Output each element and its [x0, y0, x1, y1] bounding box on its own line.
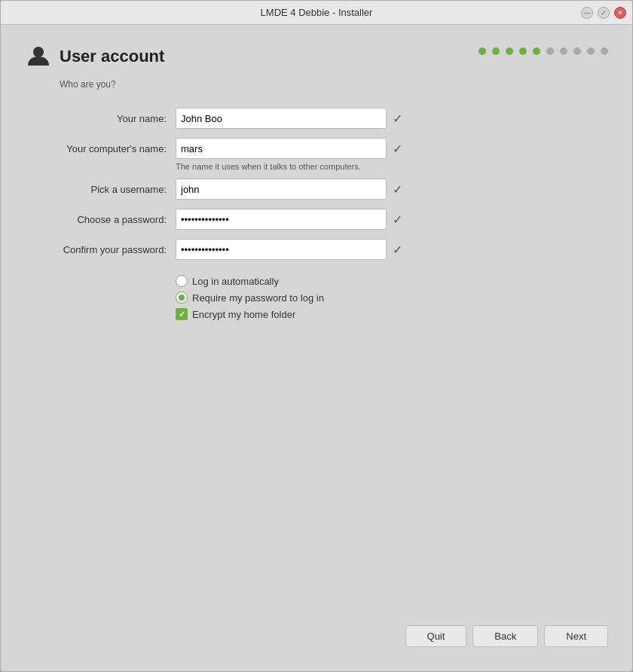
titlebar: LMDE 4 Debbie - Installer — ⤢ ✕ [1, 1, 632, 25]
password-check-icon: ✓ [393, 212, 402, 227]
titlebar-controls: — ⤢ ✕ [581, 7, 626, 19]
confirm-password-input-wrap: ✓ [176, 239, 608, 260]
page-title-section: User account [25, 43, 164, 70]
password-input-wrap: ✓ [176, 209, 608, 230]
password-label: Choose a password: [25, 214, 176, 225]
computer-name-input-wrap: ✓ [176, 138, 608, 159]
name-row: Your name: ✓ [25, 108, 608, 129]
quit-button[interactable]: Quit [405, 625, 467, 647]
svg-point-0 [33, 47, 44, 57]
require-password-row[interactable]: Require my password to log in [176, 292, 608, 304]
name-input[interactable] [176, 108, 387, 129]
progress-dot-3 [506, 47, 513, 55]
password-input[interactable] [176, 209, 387, 230]
encrypt-row[interactable]: ✓ Encrypt my home folder [176, 308, 608, 320]
name-check-icon: ✓ [393, 111, 402, 126]
maximize-button[interactable]: ⤢ [598, 7, 610, 19]
progress-dot-7 [560, 47, 567, 55]
user-icon [25, 43, 52, 70]
back-button[interactable]: Back [472, 625, 538, 647]
name-input-wrap: ✓ [176, 108, 608, 129]
auto-login-row[interactable]: Log in automatically [176, 275, 608, 287]
form-section: Your name: ✓ Your computer's name: ✓ The… [25, 108, 608, 269]
page-title-text: User account [60, 47, 164, 66]
radio-inner-dot [179, 295, 185, 301]
progress-dot-9 [587, 47, 595, 55]
page-header: User account [25, 43, 608, 70]
installer-window: LMDE 4 Debbie - Installer — ⤢ ✕ User acc… [0, 0, 633, 672]
encrypt-label: Encrypt my home folder [192, 309, 295, 320]
username-input-wrap: ✓ [176, 179, 608, 200]
progress-dot-6 [546, 47, 554, 55]
minimize-button[interactable]: — [581, 7, 593, 19]
confirm-password-check-icon: ✓ [393, 243, 402, 257]
user-silhouette-icon [26, 44, 50, 69]
progress-dot-10 [601, 47, 608, 55]
confirm-password-row: Confirm your password: ✓ [25, 239, 608, 260]
progress-dot-2 [492, 47, 500, 55]
computer-name-row: Your computer's name: ✓ [25, 138, 608, 159]
auto-login-label: Log in automatically [192, 276, 279, 287]
progress-dot-5 [533, 47, 540, 55]
name-label: Your name: [25, 113, 176, 124]
progress-dot-1 [479, 47, 486, 55]
confirm-password-label: Confirm your password: [25, 244, 176, 255]
close-button[interactable]: ✕ [614, 7, 626, 19]
checkbox-checkmark-icon: ✓ [179, 310, 185, 319]
next-button[interactable]: Next [544, 625, 608, 647]
encrypt-checkbox[interactable]: ✓ [176, 308, 188, 320]
username-row: Pick a username: ✓ [25, 179, 608, 200]
progress-dot-4 [519, 47, 527, 55]
titlebar-title: LMDE 4 Debbie - Installer [52, 7, 581, 18]
main-content: User account Who are you? Your name: [1, 25, 632, 671]
progress-dots [479, 47, 608, 55]
options-section: Log in automatically Require my password… [176, 275, 608, 320]
computer-name-hint: The name it uses when it talks to other … [176, 162, 608, 171]
computer-name-label: Your computer's name: [25, 143, 176, 154]
footer-buttons: Quit Back Next [25, 613, 608, 653]
page-subtitle: Who are you? [60, 79, 608, 90]
require-password-label: Require my password to log in [192, 292, 324, 304]
computer-name-check-icon: ✓ [393, 142, 402, 156]
confirm-password-input[interactable] [176, 239, 387, 260]
password-row: Choose a password: ✓ [25, 209, 608, 230]
auto-login-radio[interactable] [176, 275, 188, 287]
require-password-radio[interactable] [176, 292, 188, 304]
username-input[interactable] [176, 179, 387, 200]
username-check-icon: ✓ [393, 182, 402, 197]
progress-dot-8 [573, 47, 581, 55]
username-label: Pick a username: [25, 184, 176, 195]
page-title: User account [60, 47, 164, 66]
computer-name-input[interactable] [176, 138, 387, 159]
